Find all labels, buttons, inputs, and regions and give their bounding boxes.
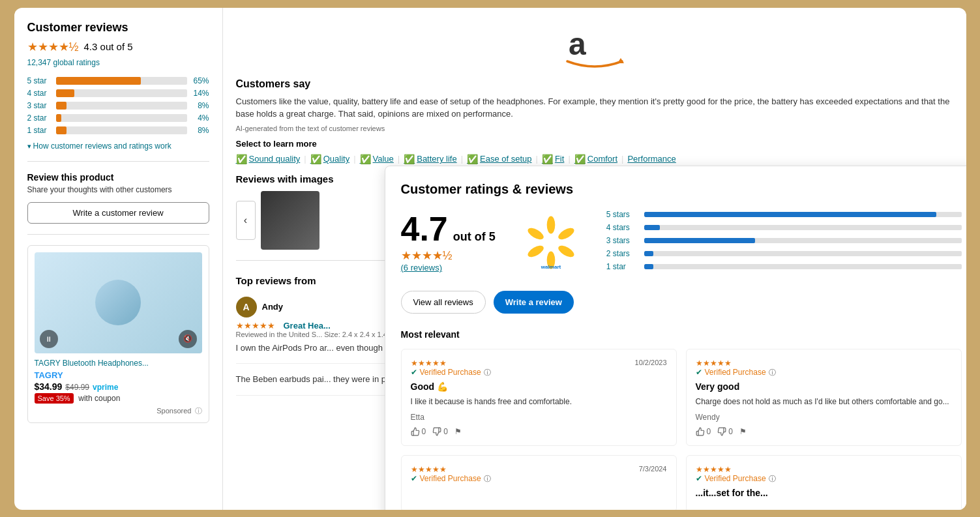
topic-link-comfort[interactable]: ✅Comfort [574,154,617,164]
overlay-bar-fill-2 [644,225,660,230]
thumbs-down-button-1[interactable]: 0 [432,427,448,436]
overlay-bar-label-4[interactable]: 2 stars [606,249,639,258]
prev-arrow-button[interactable]: ‹ [236,201,256,240]
overlay-actions: View all reviews Write a review [401,291,962,314]
overlay-bar-fill-1 [644,212,936,217]
review-actions-row-1: 0 0 ⚑ [411,427,667,436]
topic-separator-7: | [621,154,623,164]
overlay-bar-row-4[interactable]: 2 stars [606,249,962,258]
topic-link-value[interactable]: ✅Value [360,154,394,164]
overlay-review-card-4: ★★★★★ ✔ Verified Purchase ⓘ ...it...set … [686,455,962,510]
ad-price-current: $34.99 [35,381,63,392]
topic-check-icon: ✅ [360,154,371,164]
topic-link-fit[interactable]: ✅Fit [542,154,564,164]
write-review-button[interactable]: Write a customer review [27,202,209,224]
overlay-bar-row-5[interactable]: 1 star [606,262,962,271]
verified-info-3[interactable]: ⓘ [484,474,491,484]
verified-info-1[interactable]: ⓘ [484,368,491,377]
walmart-logo: walmart [522,213,580,272]
overlay-reviews-count[interactable]: (6 reviews) [401,263,496,273]
overlay-bar-label-2[interactable]: 4 stars [606,223,639,232]
overlay-reviewer-name-1: Etta [411,413,667,422]
topic-link-battery-life[interactable]: ✅Battery life [404,154,456,164]
rating-bar-label-4: 2 star [27,113,52,123]
overlay-reviews-grid: ★★★★★ ✔ Verified Purchase ⓘ 10/2/2023 Go… [401,349,962,510]
write-review-button-overlay[interactable]: Write a review [494,291,574,314]
topic-link-sound-quality[interactable]: ✅Sound quality [236,154,301,164]
review-product-sub: Share your thoughts with other customers [27,185,209,194]
verified-badge-1: ✔ Verified Purchase ⓘ [411,368,491,377]
overlay-bar-bg-1 [644,212,962,217]
flag-button-2[interactable]: ⚑ [739,427,747,436]
review-actions-row-2: 0 0 ⚑ [696,427,952,436]
overlay-bar-fill-5 [644,264,654,269]
view-all-reviews-button[interactable]: View all reviews [401,291,486,314]
customers-say-title: Customers say [236,78,953,90]
overlay-bar-row-2[interactable]: 4 stars [606,223,962,232]
svg-point-2 [546,216,555,233]
overlay-review-top-4: ★★★★★ ✔ Verified Purchase ⓘ [696,465,952,484]
rating-bar-pct-2: 14% [191,89,209,98]
customers-say-text: Customers like the value, quality, batte… [236,95,953,121]
flag-button-1[interactable]: ⚑ [454,427,462,436]
overlay-bar-row-1[interactable]: 5 stars [606,210,962,219]
rating-bar-row-5[interactable]: 1 star 8% [27,126,209,135]
thumbs-up-button-1[interactable]: 0 [411,427,426,436]
review-product-title: Review this product [27,172,209,183]
rating-bar-row-4[interactable]: 2 star 4% [27,113,209,123]
walmart-spark-icon: walmart [522,213,580,272]
rating-bar-label-5: 1 star [27,126,52,135]
rating-bar-row-1[interactable]: 5 star 65% [27,76,209,85]
rating-bar-row-2[interactable]: 4 star 14% [27,89,209,98]
how-ratings-work-link[interactable]: How customer reviews and ratings work [27,141,209,151]
overlay-rating-section: 4.7 out of 5 ★★★★½ (6 reviews) walmart [401,210,962,275]
ad-price-original: $49.99 [65,383,89,392]
divider-2 [27,234,209,235]
overlay-bar-label-1[interactable]: 5 stars [606,210,639,219]
verified-info-4[interactable]: ⓘ [769,474,776,484]
verified-info-2[interactable]: ⓘ [769,368,776,377]
overlay-review-card-3: ★★★★★ ✔ Verified Purchase ⓘ 7/3/2024 [401,455,677,510]
rating-bar-bg-2 [56,89,187,97]
verified-label-1: Verified Purchase [420,368,481,377]
svg-point-3 [556,226,576,241]
topic-link-quality[interactable]: ✅Quality [310,154,349,164]
overlay-rating-suffix: out of 5 [453,230,496,244]
ad-coupon-row: Save 35% with coupon [35,393,202,404]
overlay-review-card-2: ★★★★★ ✔ Verified Purchase ⓘ Very good Ch… [686,349,962,446]
overlay-bar-label-3[interactable]: 3 stars [606,236,639,245]
thumbs-down-button-2[interactable]: 0 [717,427,733,436]
topic-separator-6: | [568,154,570,164]
ad-pause-button[interactable]: ⏸ [40,330,58,348]
thumbs-up-button-2[interactable]: 0 [696,427,711,436]
svg-text:walmart: walmart [541,263,561,269]
topic-check-icon: ✅ [542,154,553,164]
overlay-review-stars-4: ★★★★★ [696,465,732,474]
topic-separator-1: | [304,154,306,164]
rating-bar-bg-5 [56,126,187,134]
rating-bar-fill-1 [56,77,141,85]
verified-badge-4: ✔ Verified Purchase ⓘ [696,474,776,484]
topic-separator-4: | [461,154,463,164]
overlay-bar-row-3[interactable]: 3 stars [606,236,962,245]
topic-check-icon: ✅ [404,154,415,164]
topic-link-ease-of-setup[interactable]: ✅Ease of setup [467,154,532,164]
ad-prime-badge: vprime [93,383,118,392]
rating-bar-label-3: 3 star [27,101,52,110]
ai-generated-label: AI-generated from the text of customer r… [236,125,953,132]
review-date-1: 10/2/2023 [635,359,667,366]
overlay-bar-fill-3 [644,238,755,243]
rating-bar-fill-3 [56,102,67,110]
overlay-review-top-3: ★★★★★ ✔ Verified Purchase ⓘ 7/3/2024 [411,465,667,484]
global-ratings: 12,347 global ratings [27,58,209,67]
ad-image: ⏸ 🔇 [35,252,202,353]
review-headline-1[interactable]: Great Hea... [284,321,331,331]
overlay-review-verified-3: ★★★★★ ✔ Verified Purchase ⓘ [411,465,491,484]
review-thumb-1[interactable] [261,191,319,250]
overlay-bar-label-5[interactable]: 1 star [606,262,639,271]
topic-check-icon: ✅ [574,154,586,164]
ad-product-name[interactable]: TAGRY Bluetooth Headphones... [35,359,202,368]
topic-link-performance[interactable]: Performance [627,154,676,164]
ad-sound-button[interactable]: 🔇 [179,330,197,348]
rating-bar-row-3[interactable]: 3 star 8% [27,101,209,110]
